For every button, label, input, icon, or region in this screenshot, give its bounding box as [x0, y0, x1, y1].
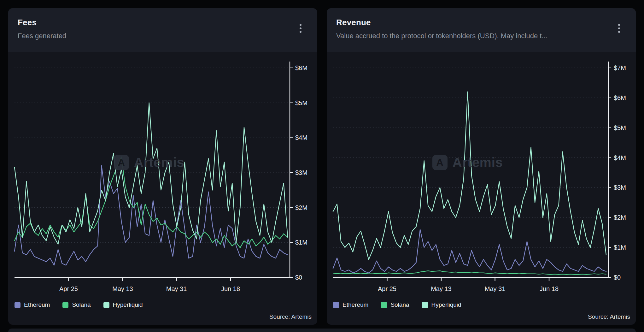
dashboard-cards: Fees Fees generated $0$1M$2M$3M$4M$5M$6M…: [8, 8, 636, 325]
fees-card-subtitle: Fees generated: [18, 32, 289, 40]
hyperliquid-swatch-icon: [422, 302, 428, 308]
svg-text:$2M: $2M: [295, 204, 307, 211]
revenue-line-chart[interactable]: $0$1M$2M$3M$4M$5M$6M$7MApr 25May 13May 3…: [327, 52, 636, 298]
svg-text:Jun 18: Jun 18: [221, 285, 240, 292]
svg-text:May 13: May 13: [431, 285, 452, 292]
legend-item-ethereum[interactable]: Ethereum: [333, 301, 368, 308]
svg-text:$5M: $5M: [614, 124, 626, 131]
revenue-card-footer: Ethereum Solana Hyperliquid Source: Arte…: [327, 298, 636, 325]
kebab-menu-icon[interactable]: [298, 22, 303, 35]
source-attribution: Source: Artemis: [269, 313, 312, 320]
kebab-menu-icon[interactable]: [616, 22, 622, 35]
revenue-card-body: $0$1M$2M$3M$4M$5M$6M$7MApr 25May 13May 3…: [327, 52, 636, 325]
fees-card-header: Fees Fees generated: [8, 8, 317, 52]
solana-swatch-icon: [62, 302, 68, 308]
revenue-card-title: Revenue: [336, 18, 607, 27]
svg-text:$4M: $4M: [614, 154, 626, 161]
source-attribution: Source: Artemis: [588, 313, 630, 320]
svg-text:$5M: $5M: [295, 99, 307, 106]
svg-text:Jun 18: Jun 18: [540, 285, 559, 292]
fees-card-footer: Ethereum Solana Hyperliquid Source: Arte…: [8, 298, 317, 325]
svg-text:$3M: $3M: [295, 169, 307, 176]
svg-text:$4M: $4M: [295, 134, 307, 141]
svg-text:May 31: May 31: [166, 285, 187, 292]
ethereum-swatch-icon: [15, 302, 20, 308]
svg-text:$0: $0: [295, 274, 302, 281]
svg-text:$3M: $3M: [614, 184, 626, 191]
solana-swatch-icon: [381, 302, 387, 308]
svg-text:$7M: $7M: [614, 64, 626, 71]
legend-item-hyperliquid[interactable]: Hyperliquid: [422, 301, 461, 308]
fees-legend: Ethereum Solana Hyperliquid: [15, 301, 143, 308]
revenue-card-subtitle: Value accrued to the protocol or tokenho…: [336, 32, 607, 40]
ethereum-swatch-icon: [333, 302, 339, 308]
revenue-card-header: Revenue Value accrued to the protocol or…: [327, 8, 636, 52]
legend-item-ethereum[interactable]: Ethereum: [15, 301, 50, 308]
fees-line-chart[interactable]: $0$1M$2M$3M$4M$5M$6MApr 25May 13May 31Ju…: [8, 52, 317, 298]
svg-text:$6M: $6M: [295, 64, 307, 71]
svg-text:May 13: May 13: [112, 285, 133, 292]
legend-label: Hyperliquid: [431, 301, 461, 308]
svg-text:$6M: $6M: [614, 94, 626, 101]
fees-card: Fees Fees generated $0$1M$2M$3M$4M$5M$6M…: [8, 8, 317, 325]
next-card-peek: [8, 329, 636, 332]
legend-label: Hyperliquid: [113, 301, 143, 308]
legend-item-solana[interactable]: Solana: [381, 301, 409, 308]
svg-text:$0: $0: [614, 274, 621, 281]
revenue-legend: Ethereum Solana Hyperliquid: [333, 301, 461, 308]
legend-label: Ethereum: [24, 301, 50, 308]
svg-text:Apr 25: Apr 25: [59, 285, 78, 292]
fees-card-body: $0$1M$2M$3M$4M$5M$6MApr 25May 13May 31Ju…: [8, 52, 317, 325]
legend-label: Ethereum: [342, 301, 368, 308]
svg-text:$2M: $2M: [614, 214, 626, 221]
revenue-card: Revenue Value accrued to the protocol or…: [327, 8, 636, 325]
revenue-chart-area[interactable]: $0$1M$2M$3M$4M$5M$6M$7MApr 25May 13May 3…: [327, 52, 636, 298]
svg-text:$1M: $1M: [295, 239, 307, 246]
svg-text:$1M: $1M: [614, 244, 626, 251]
svg-text:Apr 25: Apr 25: [378, 285, 396, 292]
fees-chart-area[interactable]: $0$1M$2M$3M$4M$5M$6MApr 25May 13May 31Ju…: [8, 52, 317, 298]
hyperliquid-swatch-icon: [103, 302, 109, 308]
legend-item-hyperliquid[interactable]: Hyperliquid: [103, 301, 143, 308]
legend-label: Solana: [390, 301, 409, 308]
legend-label: Solana: [72, 301, 91, 308]
fees-card-title: Fees: [18, 18, 289, 27]
legend-item-solana[interactable]: Solana: [62, 301, 91, 308]
svg-text:May 31: May 31: [485, 285, 506, 292]
